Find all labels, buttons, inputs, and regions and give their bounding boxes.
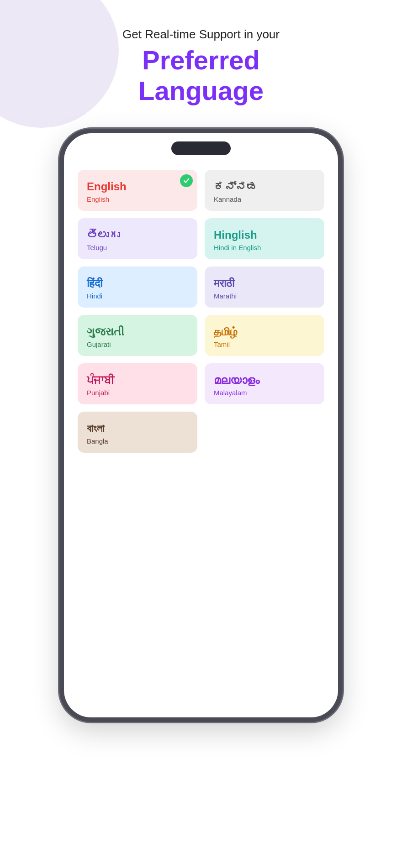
language-label-marathi: Marathi	[214, 292, 315, 300]
language-label-telugu: Telugu	[87, 244, 188, 251]
language-native-tamil: தமிழ்	[214, 324, 315, 339]
language-label-hindi: Hindi	[87, 292, 188, 300]
language-label-hinglish: Hindi in English	[214, 244, 315, 251]
language-native-hinglish: Hinglish	[214, 228, 315, 242]
language-card-punjabi[interactable]: ਪੰਜਾਬੀ Punjabi	[78, 363, 197, 404]
language-native-marathi: मराठी	[214, 276, 315, 290]
language-card-telugu[interactable]: తెలుగు Telugu	[78, 218, 197, 259]
phone-notch	[171, 141, 231, 155]
language-label-gujarati: Gujarati	[87, 340, 188, 348]
language-native-malayalam: മലയാളം	[214, 373, 315, 387]
language-native-kannada: ಕನ್ನಡ	[214, 179, 315, 193]
page-subtitle: Get Real-time Support in your	[122, 27, 280, 42]
page-title: Preferred Language	[138, 45, 264, 106]
language-native-gujarati: ગુજરાતી	[87, 324, 188, 339]
language-native-telugu: తెలుగు	[87, 228, 188, 242]
language-card-bangla[interactable]: বাংলা Bangla	[78, 412, 197, 453]
language-card-malayalam[interactable]: മലയാളം Malayalam	[205, 363, 324, 404]
language-card-marathi[interactable]: मराठी Marathi	[205, 267, 324, 308]
language-label-bangla: Bangla	[87, 437, 188, 445]
language-label-malayalam: Malayalam	[214, 389, 315, 397]
language-grid: English English ಕನ್ನಡ Kannada తెలుగు Tel…	[78, 170, 324, 453]
language-label-kannada: Kannada	[214, 195, 315, 203]
language-card-hinglish[interactable]: Hinglish Hindi in English	[205, 218, 324, 259]
language-card-hindi[interactable]: हिंदी Hindi	[78, 267, 197, 308]
language-native-english: English	[87, 179, 188, 193]
phone-mockup: English English ಕನ್ನಡ Kannada తెలుగు Tel…	[59, 129, 343, 722]
language-label-punjabi: Punjabi	[87, 389, 188, 397]
language-card-gujarati[interactable]: ગુજરાતી Gujarati	[78, 315, 197, 356]
language-label-tamil: Tamil	[214, 340, 315, 348]
language-native-bangla: বাংলা	[87, 421, 188, 435]
page-content: Get Real-time Support in your Preferred …	[0, 0, 402, 722]
language-card-kannada[interactable]: ಕನ್ನಡ Kannada	[205, 170, 324, 211]
language-label-english: English	[87, 195, 188, 203]
language-native-punjabi: ਪੰਜਾਬੀ	[87, 373, 188, 387]
language-card-english[interactable]: English English	[78, 170, 197, 211]
selected-checkmark	[180, 174, 193, 187]
language-native-hindi: हिंदी	[87, 276, 188, 290]
language-card-tamil[interactable]: தமிழ் Tamil	[205, 315, 324, 356]
